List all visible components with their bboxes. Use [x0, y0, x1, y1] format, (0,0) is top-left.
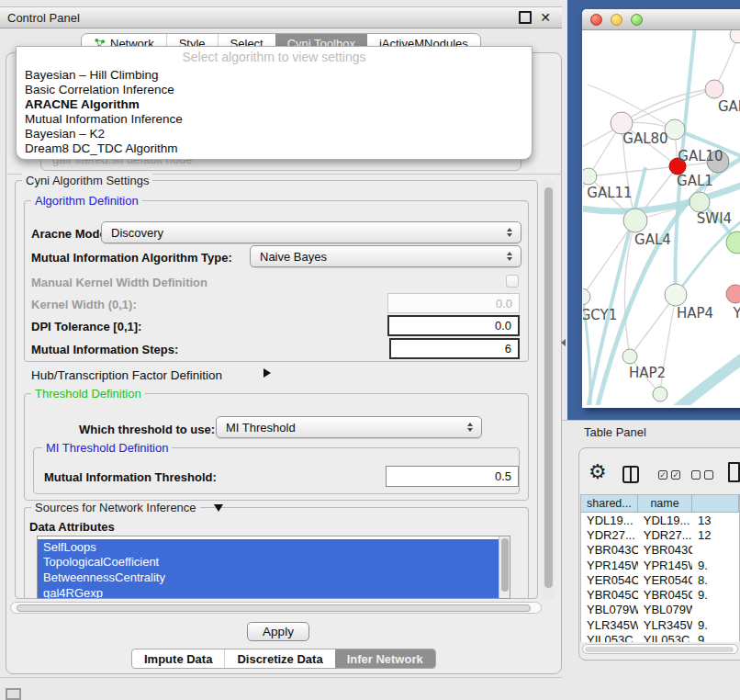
dpi-tolerance-label: DPI Tolerance [0,1]:: [31, 320, 141, 333]
column-header-name[interactable]: name: [638, 495, 692, 513]
spinner-arrows-icon: [507, 228, 512, 237]
table-row[interactable]: YBR043CYBR043C: [581, 543, 739, 558]
mi-steps-input[interactable]: 6: [389, 338, 520, 359]
algorithm-dropdown-list: Bayesian – Hill ClimbingBasic Correlatio…: [17, 67, 532, 155]
unchecked-checkbox-icon[interactable]: [704, 470, 713, 480]
table-row[interactable]: YBL079WYBL079W: [581, 603, 739, 617]
network-node-hap4[interactable]: [665, 284, 687, 306]
table-row[interactable]: YER054CYER054C8.: [581, 572, 739, 587]
node-table[interactable]: shared...name YDL19...YDL19...13YDR27...…: [580, 494, 740, 642]
network-node-label: GAL80: [622, 130, 667, 147]
attributes-scrollbar[interactable]: [499, 536, 510, 598]
network-node-label: GAL1: [677, 173, 713, 189]
close-window-icon[interactable]: ✕: [540, 13, 551, 22]
checked-checkbox-icon[interactable]: ✓: [658, 470, 667, 480]
tab-discretize-data[interactable]: Discretize Data: [224, 649, 334, 668]
manual-kernel-label: Manual Kernel Width Definition: [31, 276, 207, 289]
network-edge-highlighted: [676, 219, 740, 295]
network-edge-highlighted: [659, 356, 740, 405]
collapsed-panel-icon[interactable]: [6, 688, 21, 700]
network-node-hap2[interactable]: [622, 349, 637, 364]
attribute-item-betweennesscentrality[interactable]: BetweennessCentrality: [38, 570, 510, 585]
close-traffic-light[interactable]: [590, 14, 602, 26]
mi-threshold-label: Mutual Information Threshold:: [44, 470, 217, 484]
mi-type-label: Mutual Information Algorithm Type:: [31, 251, 232, 265]
algorithm-option-bayesian-k2[interactable]: Bayesian – K2: [17, 126, 532, 141]
table-row[interactable]: YPR145WYPR145W9.: [581, 558, 739, 572]
checked-checkbox-icon[interactable]: ✓: [671, 470, 680, 480]
network-node-gal[interactable]: [705, 80, 723, 98]
unchecked-checkbox-icon[interactable]: [691, 470, 701, 480]
data-attributes-list[interactable]: SelfLoopsTopologicalCoefficientBetweenne…: [37, 536, 510, 599]
network-node[interactable]: [726, 231, 740, 254]
collapse-down-icon[interactable]: [214, 504, 223, 512]
file-icon[interactable]: [728, 462, 740, 482]
table-row[interactable]: YBR045CYBR045C9.: [581, 587, 739, 602]
table-cell: 9.: [692, 587, 739, 602]
table-cell: YDR27...: [581, 527, 638, 542]
hub-definition-toggle[interactable]: Hub/Transcription Factor Definition: [31, 368, 222, 382]
which-threshold-label: Which threshold to use:: [79, 423, 215, 436]
network-node-swi4[interactable]: [690, 192, 710, 212]
kernel-width-input[interactable]: 0.0: [387, 293, 520, 313]
gear-icon[interactable]: ⚙: [589, 460, 607, 484]
network-window-titlebar[interactable]: [582, 9, 740, 30]
network-node-y[interactable]: [726, 285, 740, 303]
aracne-mode-select[interactable]: Discovery: [101, 221, 521, 243]
algorithm-option-basic-correlation-inference[interactable]: Basic Correlation Inference: [17, 82, 532, 96]
mi-steps-value: 6: [505, 342, 511, 356]
apply-button[interactable]: Apply: [247, 622, 309, 641]
mi-type-select[interactable]: Naive Bayes: [250, 245, 521, 267]
table-cell: YDL19...: [581, 513, 638, 527]
data-attributes-label: Data Attributes: [29, 520, 115, 534]
network-node-gcy1[interactable]: [583, 288, 590, 305]
column-header-clipped[interactable]: [692, 495, 739, 513]
expand-right-icon[interactable]: [263, 368, 271, 378]
algorithm-definition-title: Algorithm Definition: [31, 194, 142, 208]
network-node-gal4[interactable]: [623, 209, 647, 232]
app-root: Control Panel ✕ NetworkStyleSelectCyni T…: [0, 0, 740, 700]
algorithm-option-mutual-information-inference[interactable]: Mutual Information Inference: [17, 111, 532, 126]
zoom-traffic-light[interactable]: [631, 14, 643, 26]
table-cell: 9.: [692, 617, 739, 632]
mi-threshold-input[interactable]: 0.5: [386, 466, 519, 487]
network-node[interactable]: [730, 30, 740, 43]
table-row[interactable]: YLR345WYLR345W9.: [581, 617, 739, 632]
dpi-tolerance-input[interactable]: 0.0: [387, 315, 520, 336]
table-cell: [692, 603, 739, 617]
network-node[interactable]: [653, 387, 667, 401]
table-row[interactable]: YDL19...YDL19...13: [581, 513, 739, 527]
algorithm-option-bayesian-hill-climbing[interactable]: Bayesian – Hill Climbing: [17, 67, 532, 82]
network-canvas[interactable]: GALGAL80GAL10GAL1GAL11SWI4GAL4GCY1HAP4YH…: [583, 30, 740, 405]
sources-title[interactable]: Sources for Network Inference: [31, 501, 200, 514]
settings-vertical-scrollbar[interactable]: [543, 181, 555, 599]
splitter-arrow-icon[interactable]: [561, 339, 566, 346]
attribute-item-topologicalcoefficient[interactable]: TopologicalCoefficient: [38, 555, 510, 570]
minimize-traffic-light[interactable]: [611, 14, 622, 26]
table-cell: [692, 543, 739, 558]
algorithm-option-aracne-algorithm[interactable]: ARACNE Algorithm: [17, 96, 532, 111]
table-horizontal-scrollbar[interactable]: [582, 644, 738, 654]
network-node-label: Y: [732, 305, 740, 322]
network-node-label: GAL4: [634, 231, 671, 248]
table-cell: YPR145W: [581, 558, 638, 572]
attribute-item-selfloops[interactable]: SelfLoops: [38, 539, 510, 555]
attribute-item-gal4rgexp[interactable]: gal4RGexp: [38, 585, 510, 599]
table-cell: YER054C: [581, 572, 638, 587]
float-window-icon[interactable]: [519, 11, 532, 24]
network-node-label: SWI4: [697, 210, 732, 227]
mi-threshold-title: MI Threshold Definition: [42, 441, 172, 455]
settings-horizontal-scrollbar[interactable]: [10, 602, 542, 614]
columns-icon[interactable]: [622, 466, 639, 483]
manual-kernel-checkbox[interactable]: [506, 275, 519, 288]
network-node-gal11[interactable]: [583, 168, 597, 185]
tab-infer-network[interactable]: Infer Network: [335, 649, 435, 668]
column-header-shared[interactable]: shared...: [581, 495, 638, 513]
table-row[interactable]: YDR27...YDR27...12: [581, 527, 739, 542]
table-panel-title: Table Panel: [584, 425, 646, 439]
algorithm-option-dream8-dc-tdc-algorithm[interactable]: Dream8 DC_TDC Algorithm: [17, 141, 532, 155]
tab-impute-data[interactable]: Impute Data: [132, 649, 224, 668]
which-threshold-select[interactable]: MI Threshold: [216, 416, 482, 438]
kernel-width-label: Kernel Width (0,1):: [31, 298, 137, 311]
table-row[interactable]: YIL053CYIL053C9: [581, 632, 739, 642]
